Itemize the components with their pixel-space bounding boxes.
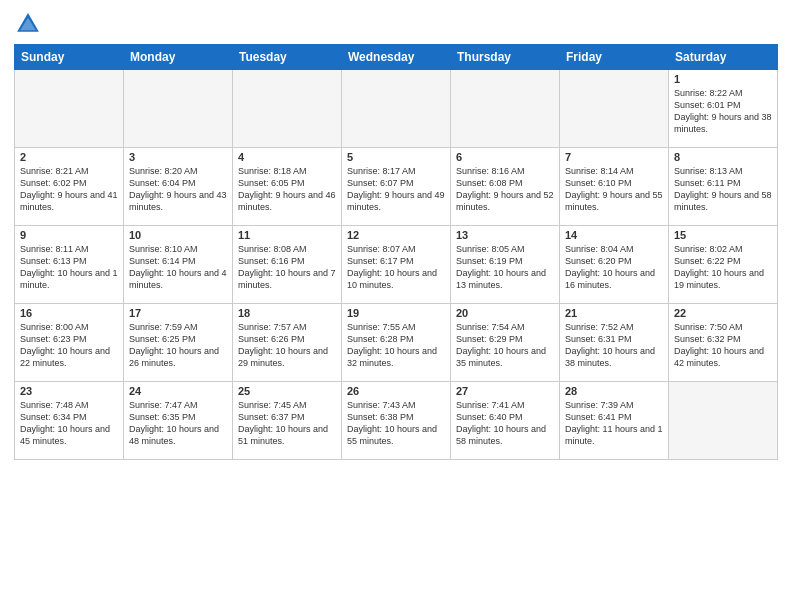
day-number: 25 — [238, 385, 336, 397]
logo-icon — [14, 10, 42, 38]
day-number: 22 — [674, 307, 772, 319]
calendar-day — [451, 70, 560, 148]
calendar-week-4: 23Sunrise: 7:48 AM Sunset: 6:34 PM Dayli… — [15, 382, 778, 460]
day-number: 26 — [347, 385, 445, 397]
calendar-day: 7Sunrise: 8:14 AM Sunset: 6:10 PM Daylig… — [560, 148, 669, 226]
day-info: Sunrise: 8:20 AM Sunset: 6:04 PM Dayligh… — [129, 165, 227, 214]
day-number: 19 — [347, 307, 445, 319]
day-number: 28 — [565, 385, 663, 397]
day-number: 6 — [456, 151, 554, 163]
day-number: 17 — [129, 307, 227, 319]
col-header-tuesday: Tuesday — [233, 45, 342, 70]
calendar-day: 25Sunrise: 7:45 AM Sunset: 6:37 PM Dayli… — [233, 382, 342, 460]
logo — [14, 10, 46, 38]
col-header-monday: Monday — [124, 45, 233, 70]
day-info: Sunrise: 8:21 AM Sunset: 6:02 PM Dayligh… — [20, 165, 118, 214]
calendar-header-row: SundayMondayTuesdayWednesdayThursdayFrid… — [15, 45, 778, 70]
calendar-day: 27Sunrise: 7:41 AM Sunset: 6:40 PM Dayli… — [451, 382, 560, 460]
calendar-day: 14Sunrise: 8:04 AM Sunset: 6:20 PM Dayli… — [560, 226, 669, 304]
day-number: 8 — [674, 151, 772, 163]
calendar-day: 12Sunrise: 8:07 AM Sunset: 6:17 PM Dayli… — [342, 226, 451, 304]
day-number: 9 — [20, 229, 118, 241]
day-number: 4 — [238, 151, 336, 163]
day-info: Sunrise: 7:50 AM Sunset: 6:32 PM Dayligh… — [674, 321, 772, 370]
col-header-thursday: Thursday — [451, 45, 560, 70]
day-number: 23 — [20, 385, 118, 397]
calendar-day: 18Sunrise: 7:57 AM Sunset: 6:26 PM Dayli… — [233, 304, 342, 382]
header — [14, 10, 778, 38]
calendar-day: 2Sunrise: 8:21 AM Sunset: 6:02 PM Daylig… — [15, 148, 124, 226]
calendar-week-3: 16Sunrise: 8:00 AM Sunset: 6:23 PM Dayli… — [15, 304, 778, 382]
calendar-day — [669, 382, 778, 460]
calendar-day: 17Sunrise: 7:59 AM Sunset: 6:25 PM Dayli… — [124, 304, 233, 382]
day-info: Sunrise: 8:08 AM Sunset: 6:16 PM Dayligh… — [238, 243, 336, 292]
day-number: 27 — [456, 385, 554, 397]
calendar-week-1: 2Sunrise: 8:21 AM Sunset: 6:02 PM Daylig… — [15, 148, 778, 226]
calendar-day: 22Sunrise: 7:50 AM Sunset: 6:32 PM Dayli… — [669, 304, 778, 382]
calendar-table: SundayMondayTuesdayWednesdayThursdayFrid… — [14, 44, 778, 460]
day-info: Sunrise: 7:39 AM Sunset: 6:41 PM Dayligh… — [565, 399, 663, 448]
calendar-day: 16Sunrise: 8:00 AM Sunset: 6:23 PM Dayli… — [15, 304, 124, 382]
day-info: Sunrise: 7:52 AM Sunset: 6:31 PM Dayligh… — [565, 321, 663, 370]
day-number: 1 — [674, 73, 772, 85]
day-info: Sunrise: 7:43 AM Sunset: 6:38 PM Dayligh… — [347, 399, 445, 448]
day-number: 7 — [565, 151, 663, 163]
day-info: Sunrise: 8:05 AM Sunset: 6:19 PM Dayligh… — [456, 243, 554, 292]
calendar-day — [233, 70, 342, 148]
calendar-day — [15, 70, 124, 148]
col-header-wednesday: Wednesday — [342, 45, 451, 70]
calendar-day: 8Sunrise: 8:13 AM Sunset: 6:11 PM Daylig… — [669, 148, 778, 226]
calendar-day: 13Sunrise: 8:05 AM Sunset: 6:19 PM Dayli… — [451, 226, 560, 304]
day-info: Sunrise: 8:18 AM Sunset: 6:05 PM Dayligh… — [238, 165, 336, 214]
page: SundayMondayTuesdayWednesdayThursdayFrid… — [0, 0, 792, 612]
day-info: Sunrise: 7:47 AM Sunset: 6:35 PM Dayligh… — [129, 399, 227, 448]
day-number: 11 — [238, 229, 336, 241]
calendar-day — [560, 70, 669, 148]
day-info: Sunrise: 7:59 AM Sunset: 6:25 PM Dayligh… — [129, 321, 227, 370]
calendar-day: 26Sunrise: 7:43 AM Sunset: 6:38 PM Dayli… — [342, 382, 451, 460]
col-header-friday: Friday — [560, 45, 669, 70]
day-number: 24 — [129, 385, 227, 397]
col-header-saturday: Saturday — [669, 45, 778, 70]
calendar-day: 24Sunrise: 7:47 AM Sunset: 6:35 PM Dayli… — [124, 382, 233, 460]
day-number: 13 — [456, 229, 554, 241]
day-info: Sunrise: 8:00 AM Sunset: 6:23 PM Dayligh… — [20, 321, 118, 370]
day-info: Sunrise: 8:04 AM Sunset: 6:20 PM Dayligh… — [565, 243, 663, 292]
day-number: 20 — [456, 307, 554, 319]
calendar-day: 28Sunrise: 7:39 AM Sunset: 6:41 PM Dayli… — [560, 382, 669, 460]
calendar-day: 21Sunrise: 7:52 AM Sunset: 6:31 PM Dayli… — [560, 304, 669, 382]
calendar-day — [124, 70, 233, 148]
day-info: Sunrise: 8:07 AM Sunset: 6:17 PM Dayligh… — [347, 243, 445, 292]
calendar-day: 23Sunrise: 7:48 AM Sunset: 6:34 PM Dayli… — [15, 382, 124, 460]
day-info: Sunrise: 8:10 AM Sunset: 6:14 PM Dayligh… — [129, 243, 227, 292]
calendar-day: 19Sunrise: 7:55 AM Sunset: 6:28 PM Dayli… — [342, 304, 451, 382]
calendar-week-0: 1Sunrise: 8:22 AM Sunset: 6:01 PM Daylig… — [15, 70, 778, 148]
calendar-day: 15Sunrise: 8:02 AM Sunset: 6:22 PM Dayli… — [669, 226, 778, 304]
day-info: Sunrise: 8:14 AM Sunset: 6:10 PM Dayligh… — [565, 165, 663, 214]
calendar-day: 1Sunrise: 8:22 AM Sunset: 6:01 PM Daylig… — [669, 70, 778, 148]
day-info: Sunrise: 8:02 AM Sunset: 6:22 PM Dayligh… — [674, 243, 772, 292]
calendar-day: 3Sunrise: 8:20 AM Sunset: 6:04 PM Daylig… — [124, 148, 233, 226]
calendar-week-2: 9Sunrise: 8:11 AM Sunset: 6:13 PM Daylig… — [15, 226, 778, 304]
calendar-day: 11Sunrise: 8:08 AM Sunset: 6:16 PM Dayli… — [233, 226, 342, 304]
day-info: Sunrise: 7:45 AM Sunset: 6:37 PM Dayligh… — [238, 399, 336, 448]
day-number: 18 — [238, 307, 336, 319]
day-number: 5 — [347, 151, 445, 163]
day-number: 15 — [674, 229, 772, 241]
day-number: 14 — [565, 229, 663, 241]
day-info: Sunrise: 7:41 AM Sunset: 6:40 PM Dayligh… — [456, 399, 554, 448]
day-info: Sunrise: 7:55 AM Sunset: 6:28 PM Dayligh… — [347, 321, 445, 370]
col-header-sunday: Sunday — [15, 45, 124, 70]
calendar-day: 5Sunrise: 8:17 AM Sunset: 6:07 PM Daylig… — [342, 148, 451, 226]
day-number: 16 — [20, 307, 118, 319]
calendar-day: 10Sunrise: 8:10 AM Sunset: 6:14 PM Dayli… — [124, 226, 233, 304]
day-number: 21 — [565, 307, 663, 319]
day-info: Sunrise: 8:17 AM Sunset: 6:07 PM Dayligh… — [347, 165, 445, 214]
day-number: 12 — [347, 229, 445, 241]
calendar-day — [342, 70, 451, 148]
day-info: Sunrise: 7:54 AM Sunset: 6:29 PM Dayligh… — [456, 321, 554, 370]
day-info: Sunrise: 8:22 AM Sunset: 6:01 PM Dayligh… — [674, 87, 772, 136]
day-info: Sunrise: 8:11 AM Sunset: 6:13 PM Dayligh… — [20, 243, 118, 292]
day-number: 10 — [129, 229, 227, 241]
calendar-day: 4Sunrise: 8:18 AM Sunset: 6:05 PM Daylig… — [233, 148, 342, 226]
